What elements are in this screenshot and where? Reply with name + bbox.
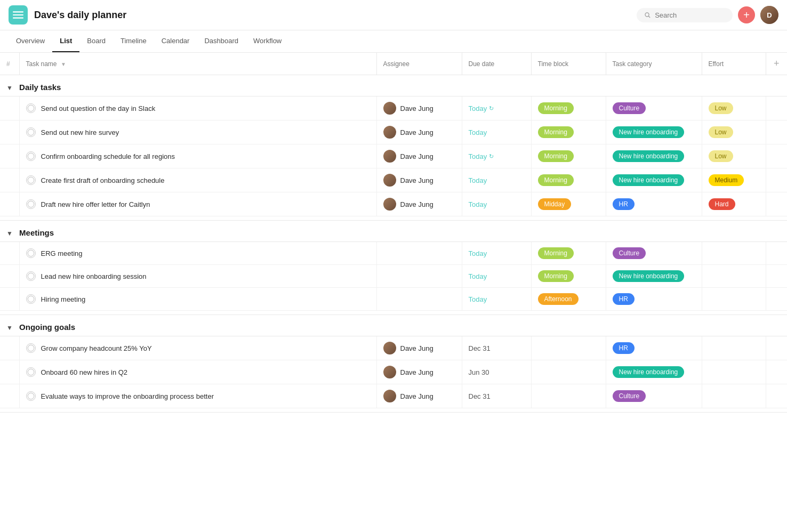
- category-badge: Culture: [613, 102, 646, 114]
- task-name: Confirm onboarding schedule for all regi…: [41, 152, 175, 160]
- task-cell[interactable]: Onboard 60 new hires in Q2: [19, 360, 376, 384]
- check-icon[interactable]: [26, 367, 36, 377]
- due-date: Today ↻: [469, 152, 525, 160]
- timeblock-cell: Morning: [531, 168, 606, 192]
- task-name: Evaluate ways to improve the onboarding …: [41, 392, 214, 400]
- task-cell[interactable]: Hiring meeting: [19, 288, 376, 311]
- timeblock-cell: Morning: [531, 120, 606, 144]
- tab-overview[interactable]: Overview: [9, 30, 52, 52]
- task-cell[interactable]: Lead new hire onboarding session: [19, 265, 376, 288]
- task-name: Lead new hire onboarding session: [41, 272, 147, 280]
- timeblock-badge: Morning: [538, 126, 574, 138]
- check-icon[interactable]: [26, 271, 36, 281]
- category-cell: Culture: [606, 96, 702, 120]
- assignee-cell: Dave Jung: [376, 96, 462, 120]
- check-icon[interactable]: [26, 294, 36, 304]
- tab-board[interactable]: Board: [79, 30, 113, 52]
- tab-dashboard[interactable]: Dashboard: [197, 30, 246, 52]
- svg-point-14: [28, 369, 34, 375]
- task-cell[interactable]: Send out question of the day in Slack: [19, 96, 376, 120]
- effort-cell: Low: [702, 96, 766, 120]
- svg-rect-0: [13, 11, 23, 12]
- row-num: [0, 192, 19, 216]
- table-row: Send out question of the day in Slack Da…: [0, 96, 787, 120]
- section-spacer: [0, 408, 787, 413]
- row-num: [0, 360, 19, 384]
- search-box[interactable]: [637, 8, 733, 22]
- table-row: Evaluate ways to improve the onboarding …: [0, 384, 787, 408]
- task-cell[interactable]: Send out new hire survey: [19, 120, 376, 144]
- search-icon: [644, 11, 651, 19]
- category-badge: Culture: [613, 247, 646, 259]
- check-icon[interactable]: [26, 103, 36, 113]
- add-button[interactable]: +: [738, 6, 755, 23]
- row-num: [0, 288, 19, 311]
- assignee-cell: [376, 265, 462, 288]
- task-cell[interactable]: Create first draft of onboarding schedul…: [19, 168, 376, 192]
- add-column-button[interactable]: +: [766, 53, 787, 75]
- category-cell: New hire onboarding: [606, 360, 702, 384]
- app-title: Dave's daily planner: [34, 10, 630, 21]
- recur-icon: ↻: [489, 153, 494, 160]
- category-cell: HR: [606, 192, 702, 216]
- category-cell: HR: [606, 336, 702, 360]
- due-date-cell: Today: [462, 168, 531, 192]
- section-toggle-ongoing-goals[interactable]: ▼: [6, 324, 13, 332]
- task-name: Send out question of the day in Slack: [41, 104, 156, 112]
- check-icon[interactable]: [26, 199, 36, 209]
- due-date-cell: Today: [462, 242, 531, 265]
- section-toggle-daily-tasks[interactable]: ▼: [6, 84, 13, 92]
- timeblock-cell: [531, 384, 606, 408]
- timeblock-cell: Morning: [531, 242, 606, 265]
- table-row: Hiring meeting Today AfternoonHR: [0, 288, 787, 311]
- col-header-assignee: Assignee: [376, 53, 462, 75]
- check-icon[interactable]: [26, 343, 36, 353]
- task-cell[interactable]: Draft new hire offer letter for Caitlyn: [19, 192, 376, 216]
- section-toggle-meetings[interactable]: ▼: [6, 230, 13, 237]
- due-date-cell: Today: [462, 265, 531, 288]
- task-cell[interactable]: Confirm onboarding schedule for all regi…: [19, 144, 376, 168]
- task-name: Send out new hire survey: [41, 128, 119, 136]
- check-icon[interactable]: [26, 127, 36, 137]
- category-badge: New hire onboarding: [613, 150, 685, 162]
- table-row: Lead new hire onboarding session Today M…: [0, 265, 787, 288]
- due-date: Today: [469, 176, 525, 184]
- task-table: # Task name ▼ Assignee Due date Time blo…: [0, 53, 787, 413]
- task-cell[interactable]: ERG meeting: [19, 242, 376, 265]
- timeblock-cell: [531, 336, 606, 360]
- task-cell[interactable]: Evaluate ways to improve the onboarding …: [19, 384, 376, 408]
- effort-cell: [702, 265, 766, 288]
- effort-badge: Low: [709, 150, 733, 162]
- avatar[interactable]: D: [760, 6, 778, 24]
- table-row: Draft new hire offer letter for Caitlyn …: [0, 192, 787, 216]
- check-icon[interactable]: [26, 175, 36, 185]
- check-icon[interactable]: [26, 248, 36, 258]
- extra-cell: [766, 265, 787, 288]
- tab-workflow[interactable]: Workflow: [246, 30, 289, 52]
- search-input[interactable]: [655, 11, 725, 19]
- category-cell: New hire onboarding: [606, 120, 702, 144]
- tab-list[interactable]: List: [52, 30, 79, 52]
- task-cell[interactable]: Grow company headcount 25% YoY: [19, 336, 376, 360]
- svg-point-6: [28, 129, 34, 135]
- timeblock-badge: Morning: [538, 102, 574, 114]
- category-cell: New hire onboarding: [606, 144, 702, 168]
- svg-point-13: [28, 345, 34, 351]
- assignee-cell: Dave Jung: [376, 120, 462, 144]
- category-cell: New hire onboarding: [606, 265, 702, 288]
- check-icon[interactable]: [26, 151, 36, 161]
- col-header-num: #: [0, 53, 19, 75]
- menu-icon[interactable]: [9, 5, 28, 25]
- tab-calendar[interactable]: Calendar: [154, 30, 197, 52]
- svg-point-11: [28, 273, 34, 279]
- sort-icon[interactable]: ▼: [61, 61, 66, 67]
- extra-cell: [766, 120, 787, 144]
- tab-timeline[interactable]: Timeline: [113, 30, 154, 52]
- check-icon[interactable]: [26, 391, 36, 401]
- effort-cell: [702, 242, 766, 265]
- col-header-task: Task name ▼: [19, 53, 376, 75]
- category-badge: New hire onboarding: [613, 366, 685, 378]
- due-date-cell: Jun 30: [462, 360, 531, 384]
- col-header-category: Task category: [606, 53, 702, 75]
- due-date: Today: [469, 272, 525, 280]
